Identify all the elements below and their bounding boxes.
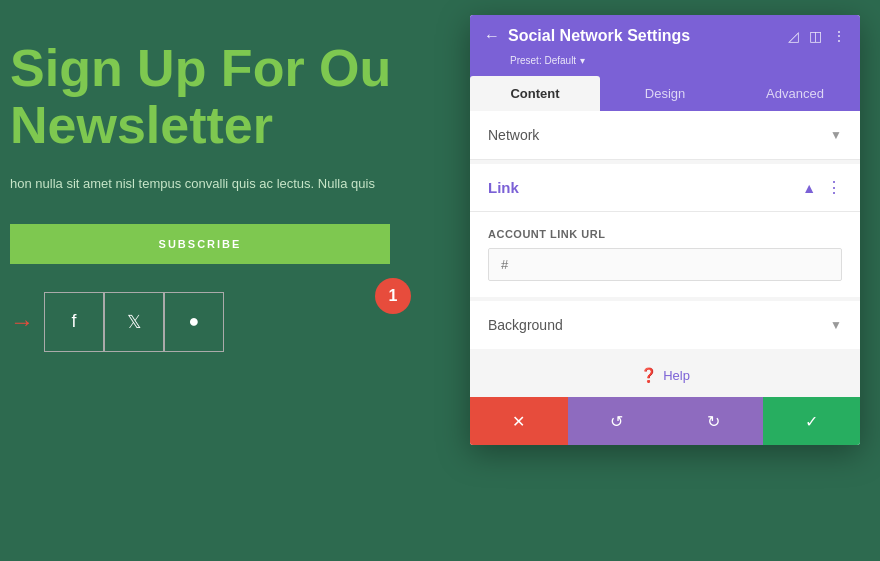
- preset-selector[interactable]: Preset: Default ▾: [484, 51, 846, 76]
- panel-title: Social Network Settings: [508, 27, 780, 45]
- panel-header-top: ← Social Network Settings ◿ ◫ ⋮: [484, 27, 846, 45]
- background-label: Background: [488, 317, 563, 333]
- link-section-header[interactable]: Link ▲ ⋮: [470, 164, 860, 212]
- page-description: hon nulla sit amet nisl tempus convalli …: [10, 174, 375, 194]
- redo-button[interactable]: ↻: [665, 397, 763, 445]
- more-icon[interactable]: ⋮: [832, 28, 846, 44]
- subscribe-button[interactable]: SUBSCRIBE: [10, 224, 390, 264]
- link-label: Link: [488, 179, 519, 196]
- account-link-url-input[interactable]: [488, 248, 842, 281]
- tab-advanced[interactable]: Advanced: [730, 76, 860, 111]
- help-icon: ❓: [640, 367, 657, 383]
- instagram-icon-box[interactable]: ●: [164, 292, 224, 352]
- panel-tabs: Content Design Advanced: [470, 76, 860, 111]
- settings-panel: ← Social Network Settings ◿ ◫ ⋮ Preset: …: [470, 15, 860, 445]
- network-section[interactable]: Network ▼: [470, 111, 860, 160]
- twitter-icon-box[interactable]: 𝕏: [104, 292, 164, 352]
- link-body: Account Link URL: [470, 212, 860, 297]
- panel-footer: ✕ ↺ ↻ ✓: [470, 397, 860, 445]
- back-icon[interactable]: ←: [484, 27, 500, 45]
- background-chevron-icon: ▼: [830, 318, 842, 332]
- cancel-button[interactable]: ✕: [470, 397, 568, 445]
- link-more-icon[interactable]: ⋮: [826, 178, 842, 197]
- background-section[interactable]: Background ▼: [470, 301, 860, 349]
- link-collapse-icon[interactable]: ▲: [802, 180, 816, 196]
- split-icon[interactable]: ◫: [809, 28, 822, 44]
- account-link-url-label: Account Link URL: [488, 228, 842, 240]
- link-section: Link ▲ ⋮ Account Link URL: [470, 164, 860, 297]
- expand-icon[interactable]: ◿: [788, 28, 799, 44]
- social-icons-row: → f 𝕏 ●: [10, 292, 224, 352]
- help-row[interactable]: ❓ Help: [470, 353, 860, 397]
- preset-label: Preset: Default: [510, 55, 576, 66]
- panel-header: ← Social Network Settings ◿ ◫ ⋮ Preset: …: [470, 15, 860, 76]
- undo-button[interactable]: ↺: [568, 397, 666, 445]
- link-header-icons: ▲ ⋮: [802, 178, 842, 197]
- panel-header-actions: ◿ ◫ ⋮: [788, 28, 846, 44]
- tab-content[interactable]: Content: [470, 76, 600, 111]
- tab-design[interactable]: Design: [600, 76, 730, 111]
- step-badge: 1: [375, 278, 411, 314]
- panel-body: Network ▼ Link ▲ ⋮ Account Link URL Back…: [470, 111, 860, 397]
- network-label: Network: [488, 127, 539, 143]
- save-button[interactable]: ✓: [763, 397, 861, 445]
- network-chevron-icon: ▼: [830, 128, 842, 142]
- facebook-icon-box[interactable]: f: [44, 292, 104, 352]
- preset-chevron: ▾: [580, 55, 585, 66]
- page-title: Sign Up For Ou Newsletter: [10, 40, 410, 154]
- arrow-right-icon: →: [10, 308, 34, 336]
- help-text[interactable]: Help: [663, 368, 690, 383]
